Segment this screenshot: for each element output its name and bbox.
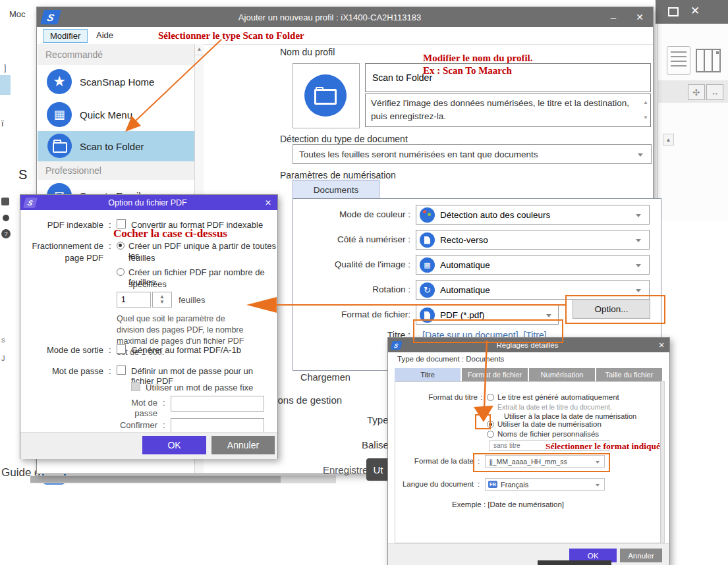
pdfa-checkbox[interactable] <box>117 344 126 354</box>
chevron-down-icon <box>638 153 643 157</box>
auto-title-sub2: Utiliser à la place la date de numérisat… <box>504 412 636 420</box>
close-icon[interactable]: ✕ <box>690 4 700 18</box>
description-line: puis enregistrez-la. <box>371 110 637 123</box>
colon: : <box>109 345 111 355</box>
profile-dialog-titlebar[interactable]: S Ajouter un nouveau profil : iX1400-CA2… <box>37 7 653 27</box>
quality-auto-icon: ▦ <box>420 257 435 273</box>
date-format-label: Format de la date <box>388 457 474 465</box>
scan-date-radio[interactable] <box>487 421 494 428</box>
colon: : <box>109 220 111 230</box>
file-format-select[interactable]: PDF (*.pdf) <box>416 305 559 325</box>
row-value: Détection auto des couleurs <box>440 210 550 220</box>
ok-button[interactable]: OK <box>142 436 206 454</box>
details-scrollbar[interactable] <box>661 381 665 543</box>
row-value: Automatique <box>440 285 490 295</box>
move-tool-icon[interactable]: ✣ <box>688 84 705 100</box>
tab-documents[interactable]: Documents <box>293 180 379 199</box>
chevron-down-icon <box>636 239 641 242</box>
custom-name-radio[interactable] <box>487 431 494 438</box>
details-dialog-titlebar[interactable]: S Réglages détaillés ✕ <box>388 338 669 352</box>
pdf-dialog-title: Option du fichier PDF <box>36 198 259 207</box>
layout-view-icon[interactable] <box>696 49 721 72</box>
sheets-unit-label: feuilles <box>179 295 205 305</box>
list-view-icon[interactable] <box>667 46 690 75</box>
auto-title-radio[interactable] <box>487 394 494 401</box>
tab-taille-fichier[interactable]: Taille du fichier <box>596 368 662 381</box>
tooltip-fragment: Ut <box>366 458 390 481</box>
tab-format-fichier[interactable]: Format de fichier <box>462 368 528 381</box>
auto-title-label: Le titre est généré automatiquement <box>497 393 619 401</box>
description-line: Vérifiez l'image des données numérisées,… <box>371 97 637 110</box>
balise-fragment: Balise <box>362 439 389 450</box>
colon: : <box>109 366 111 376</box>
doc-type-label: Type de document : Documents <box>397 355 504 363</box>
sidebar-item-scansnap-home[interactable]: ★ ScanSnap Home <box>38 65 194 98</box>
chevron-down-icon <box>636 289 641 292</box>
split-pdf-radio[interactable] <box>117 268 125 276</box>
horizontal-resize-icon[interactable]: ↔ <box>706 84 723 100</box>
maximize-icon[interactable] <box>668 7 679 16</box>
annotation-select-format: Sélectionner le format indiqué <box>546 441 660 452</box>
rotation-select[interactable]: ↻ Automatique <box>416 280 650 300</box>
password-checkbox[interactable] <box>117 365 126 375</box>
doc-detect-value: Toutes les feuilles seront numérisées en… <box>299 149 538 159</box>
background-glyph: ] <box>4 63 6 72</box>
doc-detect-select[interactable]: Toutes les feuilles seront numérisées en… <box>293 144 652 164</box>
background-menu-fragment: Moc <box>9 9 26 19</box>
minimize-icon[interactable]: – <box>600 12 627 23</box>
tab-numerisation[interactable]: Numérisation <box>529 368 595 381</box>
sidebar-item-quick-menu[interactable]: ▦ Quick Menu <box>38 98 194 131</box>
annotation-check-box: Cocher la case ci-dessus <box>113 227 227 240</box>
profile-icon-box <box>293 63 360 128</box>
background-selected-row-fragment <box>0 75 11 95</box>
doc-detect-label: Détection du type de document <box>280 134 408 144</box>
tab-titre[interactable]: Titre <box>395 368 461 381</box>
sheets-count-input[interactable] <box>117 292 151 308</box>
chevron-down-icon <box>596 461 600 464</box>
cancel-button[interactable]: Annuler <box>620 549 662 562</box>
close-icon[interactable]: ✕ <box>654 341 669 350</box>
confirm-label: Confirmer <box>106 420 157 430</box>
auto-title-sub: Extrait la date et le titre du document. <box>497 403 612 411</box>
scroll-up-icon[interactable]: ▲ <box>663 134 674 146</box>
split-pdf-label-line2: spécifiées <box>128 279 167 289</box>
rotate-icon: ↻ <box>420 282 435 298</box>
sidebar-item-label: ScanSnap Home <box>80 76 154 88</box>
taskbar-fragment <box>538 560 611 565</box>
horizontal-scrollbar-thumb[interactable] <box>30 476 281 483</box>
annotation-modify-name-line1: Modifier le nom du profil. <box>423 53 533 64</box>
pdf-dialog-titlebar[interactable]: S Option du fichier PDF ✕ <box>20 195 277 210</box>
pin-icon <box>3 215 9 221</box>
password-input[interactable] <box>171 396 264 412</box>
scroll-up-icon[interactable]: ▲ <box>643 96 648 109</box>
sheets-stepper[interactable]: ▲ ▼ <box>152 292 172 308</box>
folder-icon <box>47 134 72 158</box>
scroll-up-icon[interactable]: ▲ <box>195 44 204 55</box>
scan-side-select[interactable]: Recto-verso <box>416 230 650 250</box>
option-button[interactable]: Option... <box>573 299 650 319</box>
cancel-button[interactable]: Annuler <box>211 436 275 454</box>
date-format-select[interactable]: jj_MM_aaaa_HH_mm_ss <box>485 455 605 468</box>
horizontal-scrollbar[interactable] <box>30 475 336 483</box>
format-titre-label: Format du titre <box>388 393 478 401</box>
sidebar-item-scan-to-folder[interactable]: Scan to Folder <box>38 131 194 161</box>
doc-language-label: Langue du document <box>388 480 474 488</box>
scansnap-logo-icon: S <box>40 10 61 24</box>
profile-description-box[interactable]: Vérifiez l'image des données numérisées,… <box>365 94 651 127</box>
chevron-down-icon <box>636 264 641 267</box>
profile-name-label: Nom du profil <box>280 47 335 57</box>
menu-item-aide[interactable]: Aide <box>96 30 113 40</box>
doc-language-select[interactable]: FR Français <box>485 478 605 491</box>
sidebar-section-professionnel: Professionnel <box>38 161 194 180</box>
color-mode-select[interactable]: Détection auto des couleurs <box>416 205 650 225</box>
pdf-file-icon <box>420 308 435 323</box>
close-icon[interactable]: ✕ <box>259 198 277 207</box>
fixed-password-checkbox[interactable] <box>131 382 140 391</box>
image-quality-select[interactable]: ▦ Automatique <box>416 255 650 275</box>
close-icon[interactable]: ✕ <box>627 12 653 22</box>
single-pdf-radio[interactable] <box>117 242 125 250</box>
colon: : <box>163 398 165 408</box>
stepper-down-icon[interactable]: ▼ <box>159 300 165 305</box>
scroll-down-icon[interactable]: ▼ <box>643 111 648 124</box>
menu-item-modifier[interactable]: Modifier <box>43 29 88 43</box>
